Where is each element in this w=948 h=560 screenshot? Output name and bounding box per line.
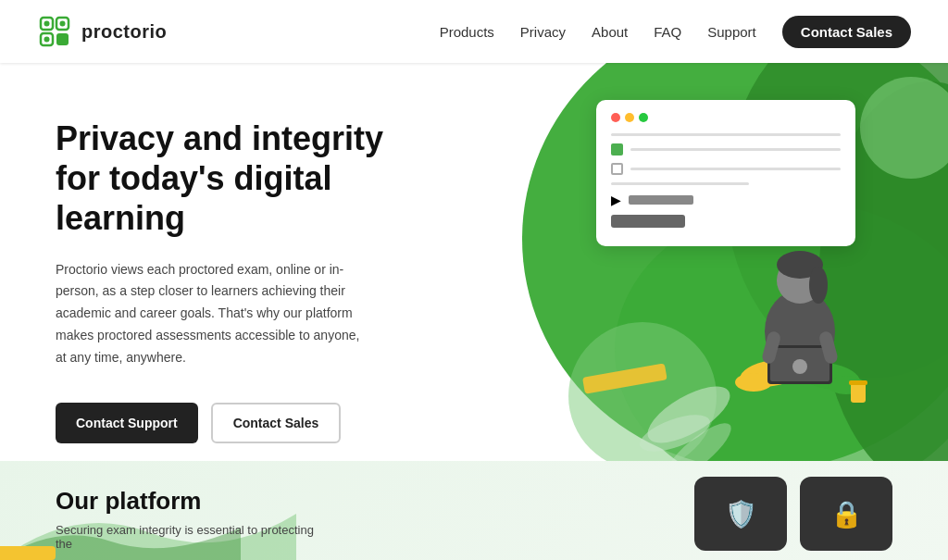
browser-line-1 bbox=[611, 133, 841, 136]
svg-point-28 bbox=[792, 359, 807, 374]
svg-rect-32 bbox=[849, 380, 867, 385]
dot-yellow bbox=[625, 113, 634, 122]
browser-row-1 bbox=[611, 143, 841, 156]
row-line-2 bbox=[630, 168, 841, 170]
svg-point-24 bbox=[735, 373, 772, 392]
dot-green bbox=[639, 113, 648, 122]
hero-buttons: Contact Support Contact Sales bbox=[56, 403, 398, 443]
nav-about[interactable]: About bbox=[592, 24, 628, 40]
browser-dots bbox=[611, 113, 841, 122]
svg-point-5 bbox=[44, 21, 50, 27]
nav-faq[interactable]: FAQ bbox=[654, 24, 681, 40]
row-line bbox=[630, 148, 841, 151]
hero-description: Proctorio views each proctored exam, onl… bbox=[56, 259, 370, 369]
browser-row-2 bbox=[611, 163, 841, 175]
nav-products[interactable]: Products bbox=[440, 24, 494, 40]
nav-support[interactable]: Support bbox=[707, 24, 756, 40]
nav-cta-button[interactable]: Contact Sales bbox=[782, 16, 911, 48]
platform-title: Our platform bbox=[56, 487, 333, 516]
shield-card: 🛡️ bbox=[694, 477, 787, 551]
svg-rect-3 bbox=[56, 33, 69, 45]
lock-icon: 🔒 bbox=[830, 499, 863, 529]
hero-title: Privacy and integrity for today's digita… bbox=[56, 118, 398, 239]
nav-privacy[interactable]: Privacy bbox=[520, 24, 566, 40]
navbar: proctorio Products Privacy About FAQ Sup… bbox=[0, 0, 948, 63]
hero-illustration: ▶ bbox=[578, 91, 892, 424]
person-illustration bbox=[707, 211, 892, 415]
svg-point-6 bbox=[60, 21, 66, 27]
hero-section: Privacy and integrity for today's digita… bbox=[0, 63, 948, 461]
checkbox-empty bbox=[611, 163, 623, 175]
lock-card: 🔒 bbox=[800, 477, 892, 551]
submit-bar bbox=[611, 215, 685, 228]
hero-content: Privacy and integrity for today's digita… bbox=[0, 63, 435, 443]
checkbox-checked bbox=[611, 143, 623, 156]
contact-sales-button[interactable]: Contact Sales bbox=[211, 403, 342, 443]
platform-section: Our platform Securing exam integrity is … bbox=[0, 461, 948, 560]
platform-description: Securing exam integrity is essential to … bbox=[56, 523, 333, 551]
yellow-accent-bar bbox=[0, 546, 56, 560]
nav-links: Products Privacy About FAQ Support Conta… bbox=[440, 16, 911, 48]
contact-support-button[interactable]: Contact Support bbox=[56, 403, 198, 443]
shield-icon: 🛡️ bbox=[725, 499, 757, 529]
svg-point-7 bbox=[44, 37, 50, 43]
browser-line-short bbox=[611, 182, 749, 185]
feature-cards: 🛡️ 🔒 bbox=[694, 477, 892, 551]
dot-red bbox=[611, 113, 620, 122]
platform-content: Our platform Securing exam integrity is … bbox=[56, 487, 333, 551]
logo: proctorio bbox=[37, 14, 167, 49]
svg-point-21 bbox=[809, 267, 828, 304]
logo-text: proctorio bbox=[81, 21, 167, 43]
logo-icon bbox=[37, 14, 72, 49]
svg-rect-31 bbox=[851, 382, 866, 403]
input-bar bbox=[629, 195, 693, 205]
cursor-row: ▶ bbox=[611, 193, 841, 207]
cursor-icon: ▶ bbox=[611, 193, 621, 207]
